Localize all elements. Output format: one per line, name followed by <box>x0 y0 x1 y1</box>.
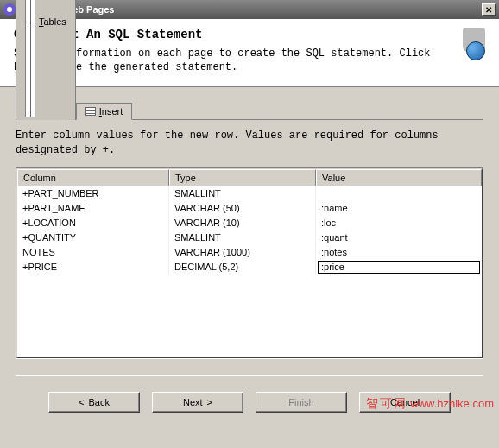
instruction-text: Enter column values for the new row. Val… <box>16 129 483 156</box>
cell-column: +PART_NAME <box>17 201 169 216</box>
tab-bar: Tables Insert <box>16 99 483 120</box>
cell-type: VARCHAR (50) <box>169 201 316 216</box>
cell-value[interactable]: :loc <box>316 216 482 230</box>
close-button[interactable]: ✕ <box>482 3 496 16</box>
cell-type: VARCHAR (1000) <box>169 245 316 260</box>
cell-column: NOTES <box>17 245 169 260</box>
cell-value[interactable]: :quant <box>316 230 482 245</box>
back-button[interactable]: < Back <box>48 392 140 413</box>
next-button[interactable]: Next > <box>152 392 243 413</box>
table-row[interactable]: +PART_NAMEVARCHAR (50):name <box>17 201 482 216</box>
columns-grid[interactable]: Column Type Value +PART_NUMBERSMALLINT+P… <box>16 167 483 359</box>
header-column[interactable]: Column <box>17 169 169 186</box>
cell-column: +PART_NUMBER <box>17 186 169 201</box>
tab-tables-label: ables <box>44 16 66 27</box>
cell-type: VARCHAR (10) <box>169 216 316 230</box>
cell-value[interactable] <box>316 260 482 274</box>
table-row[interactable]: +PART_NUMBERSMALLINT <box>17 186 482 201</box>
insert-icon <box>85 107 96 116</box>
table-row[interactable]: +PRICEDECIMAL (5,2) <box>17 260 482 274</box>
grid-body: +PART_NUMBERSMALLINT+PART_NAMEVARCHAR (5… <box>17 186 482 357</box>
tab-insert[interactable]: Insert <box>76 103 133 120</box>
cell-value[interactable]: :name <box>316 201 482 216</box>
cancel-button[interactable]: Cancel <box>359 392 451 413</box>
cell-column: +QUANTITY <box>17 230 169 245</box>
table-row[interactable]: +QUANTITYSMALLINT:quant <box>17 230 482 245</box>
separator <box>16 375 483 376</box>
cell-type: DECIMAL (5,2) <box>169 260 316 274</box>
header-type[interactable]: Type <box>169 169 316 186</box>
cell-value[interactable] <box>316 186 482 201</box>
finish-button: Finish <box>256 392 347 413</box>
cell-type: SMALLINT <box>169 230 316 245</box>
database-globe-icon <box>461 28 485 60</box>
cell-type: SMALLINT <box>169 186 316 201</box>
cell-column: +PRICE <box>17 260 169 274</box>
page-subtitle: Specify information on each page to crea… <box>14 47 452 74</box>
cell-value[interactable]: :notes <box>316 245 482 260</box>
table-row[interactable]: NOTESVARCHAR (1000):notes <box>17 245 482 260</box>
grid-header: Column Type Value <box>17 169 482 186</box>
wizard-buttons: < Back Next > Finish Cancel <box>0 392 499 425</box>
page-title: Construct An SQL Statement <box>14 28 452 41</box>
header-value[interactable]: Value <box>316 169 482 186</box>
value-input[interactable] <box>318 261 480 274</box>
app-icon <box>3 3 16 16</box>
window-title: Database Web Pages <box>19 4 482 15</box>
table-icon <box>25 0 35 117</box>
cell-column: +LOCATION <box>17 216 169 230</box>
table-row[interactable]: +LOCATIONVARCHAR (10):loc <box>17 216 482 230</box>
tab-tables[interactable]: Tables <box>16 0 76 120</box>
tab-insert-label: nsert <box>102 106 123 117</box>
